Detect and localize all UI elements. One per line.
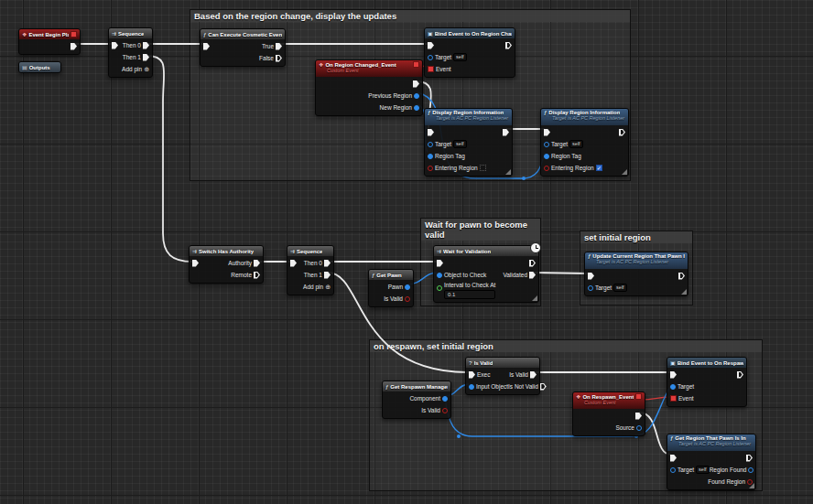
latent-clock-icon [530,242,541,253]
object-to-check-pin[interactable] [437,273,442,278]
node-sequence-2[interactable]: ⇉ Sequence Then 0 Then 1 Add pin⊕ [287,245,334,295]
node-event-begin-play[interactable]: ❖ Event Begin Play [18,28,81,55]
then0-pin[interactable] [324,260,331,267]
exec-in-pin[interactable] [203,43,210,50]
entering-region-checkbox[interactable]: ✓ [596,165,602,171]
input-object-pin[interactable] [469,384,474,390]
target-self-value[interactable]: self [696,466,710,474]
node-outputs[interactable]: ▤ Outputs [18,61,61,73]
exec-in-pin[interactable] [290,260,297,267]
comment-title[interactable]: Based on the region change, display the … [190,10,630,22]
node-get-pawn[interactable]: ƒ Get Pawn Pawn Is Valid [368,269,414,307]
then1-pin[interactable] [143,54,149,61]
target-self-value[interactable]: self [453,53,467,61]
remote-pin[interactable] [254,272,260,279]
is-valid-pin[interactable] [442,408,448,413]
exec-out-pin[interactable] [505,42,512,49]
resize-handle[interactable] [532,295,537,301]
function-icon: ƒ [588,253,591,259]
target-self-value[interactable]: self [569,140,583,148]
is-valid-pin[interactable] [405,296,410,302]
then1-pin[interactable] [324,272,331,279]
exec-out-pin[interactable] [635,413,642,420]
target-self-value[interactable]: self [453,140,467,148]
resize-handle[interactable] [622,169,627,175]
blueprint-canvas[interactable]: Based on the region change, display the … [0,0,813,504]
comment-title[interactable]: on respawn, set initial region [370,340,762,352]
node-can-execute-cosmetic-events[interactable]: ƒ Can Execute Cosmetic Events True False [200,28,286,67]
exec-in-pin[interactable] [670,371,677,379]
event-pin[interactable] [428,66,434,72]
entering-region-checkbox[interactable] [480,165,486,171]
target-pin[interactable] [428,142,433,147]
node-title: Switch Has Authority [199,249,254,254]
node-bind-event-on-respawn[interactable]: ▣ Bind Event to On Respawn Target Event [667,357,747,407]
exec-in-pin[interactable] [588,273,594,280]
interval-pin[interactable] [437,285,442,291]
exec-in-pin[interactable] [112,42,118,49]
comment-title[interactable]: set initial region [580,231,692,243]
exec-in-pin[interactable] [428,42,434,49]
target-pin[interactable] [670,467,676,473]
exec-in-pin[interactable] [428,129,434,136]
source-pin[interactable] [636,425,642,431]
comment-title[interactable]: Wait for pawn to become valid [421,219,540,241]
node-on-region-changed-event[interactable]: ❖ On Region Changed_Event Custom Event P… [315,59,423,116]
new-region-pin[interactable] [414,105,419,111]
add-pin-button[interactable]: Add pin⊕ [303,284,331,291]
resize-handle[interactable] [505,169,511,175]
is-valid-exec-pin[interactable] [530,371,537,379]
delegate-pin[interactable] [413,61,419,68]
exec-out-pin[interactable] [503,129,509,136]
add-pin-button[interactable]: Add pin⊕ [122,66,149,73]
node-display-region-information-1[interactable]: ƒ Display Region Information Target is A… [424,108,513,177]
exec-in-pin[interactable] [437,260,443,267]
node-switch-has-authority[interactable]: ⇉ Switch Has Authority Authority Remote [189,245,264,284]
exec-out-pin[interactable] [746,455,753,462]
exec-in-pin[interactable] [544,129,550,136]
entering-region-pin[interactable] [544,166,549,171]
resize-handle[interactable] [681,289,687,295]
entering-region-pin[interactable] [428,166,433,171]
exec-in-pin[interactable] [469,371,475,379]
target-pin[interactable] [588,285,593,291]
node-sequence-1[interactable]: ⇉ Sequence Then 0 Then 1 Add pin⊕ [108,27,153,78]
pawn-pin[interactable] [405,284,410,290]
node-wait-for-validation[interactable]: ⇉ Wait for Validation Object to Check Va… [433,245,539,303]
target-pin[interactable] [544,142,549,147]
false-pin[interactable] [276,55,282,62]
node-is-valid[interactable]: ? Is Valid Exec Is Valid Input Object Is… [465,357,540,395]
then0-pin[interactable] [143,42,149,49]
component-pin[interactable] [442,396,448,402]
node-get-respawn-manager[interactable]: ƒ Get Respawn Manager Component Is Valid [382,381,451,419]
exec-in-pin[interactable] [670,455,677,462]
exec-out-pin[interactable] [737,371,743,379]
true-pin[interactable] [276,43,282,50]
node-display-region-information-2[interactable]: ƒ Display Region Information Target is A… [540,108,629,177]
is-not-valid-exec-pin[interactable] [540,383,547,391]
node-get-region-that-pawn-is-in[interactable]: ƒ Get Region That Pawn Is In Target is A… [667,434,756,490]
region-found-pin[interactable] [748,467,753,473]
node-bind-event-on-region-changed[interactable]: ▣ Bind Event to On Region Changed Target… [424,27,515,78]
exec-out-pin[interactable] [619,129,625,136]
exec-out-pin[interactable] [678,273,685,280]
event-pin[interactable] [670,395,677,402]
exec-out-pin[interactable] [413,80,419,88]
resize-handle[interactable] [749,483,754,488]
target-pin[interactable] [670,384,676,390]
authority-pin[interactable] [254,260,260,267]
exec-out-pin[interactable] [70,43,77,50]
node-on-respawn-event[interactable]: ❖ On Respawn_Event Custom Event Source [572,391,645,436]
region-tag-pin[interactable] [544,154,549,159]
exec-in-pin[interactable] [192,260,199,267]
region-tag-pin[interactable] [428,154,433,159]
delegate-pin[interactable] [635,393,642,400]
interval-value-input[interactable]: 0.1 [444,290,495,299]
node-update-current-region[interactable]: ƒ Update Current Region That Pawn Is In … [584,252,688,296]
target-pin[interactable] [428,55,433,60]
target-self-value[interactable]: self [613,284,627,292]
previous-region-pin[interactable] [414,93,419,99]
validated-pin[interactable] [529,272,536,279]
delegate-pin[interactable] [70,31,77,38]
exec-out-pin[interactable] [529,260,536,267]
